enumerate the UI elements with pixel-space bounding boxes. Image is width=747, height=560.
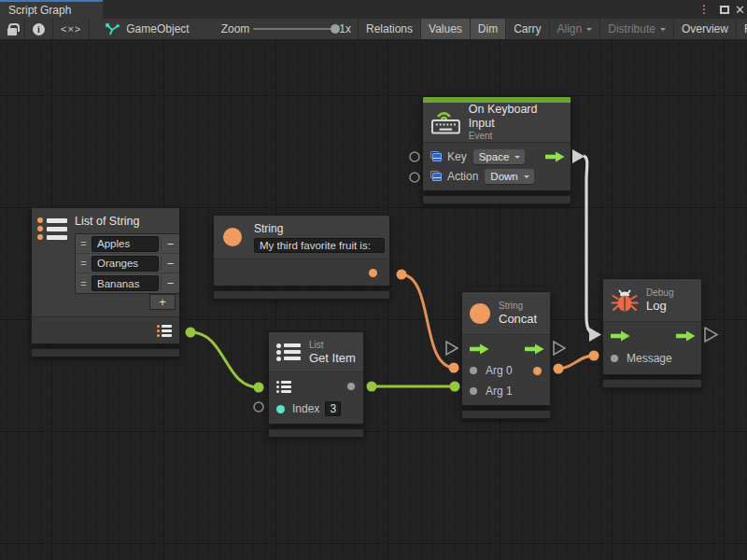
lock-button[interactable] bbox=[0, 19, 25, 39]
node-footer bbox=[31, 348, 180, 357]
tab-bar: Script Graph ⋮ ✕ bbox=[0, 0, 747, 19]
gameobject-target[interactable]: GameObject bbox=[99, 19, 194, 39]
list-output-port-icon[interactable] bbox=[157, 325, 172, 337]
zoom-slider[interactable] bbox=[253, 28, 335, 30]
list-item-input[interactable]: Oranges bbox=[92, 256, 159, 272]
node-get-item[interactable]: List Get Item Index 3 bbox=[268, 331, 364, 438]
node-title: On Keyboard Input bbox=[469, 103, 563, 131]
node-subtitle: Event bbox=[469, 131, 563, 142]
key-dropdown[interactable]: Space bbox=[473, 149, 526, 164]
result-output-port[interactable] bbox=[533, 367, 542, 375]
action-dropdown[interactable]: Down bbox=[485, 169, 533, 184]
distribute-button[interactable]: Distribute bbox=[600, 19, 674, 39]
info-button[interactable]: i bbox=[25, 19, 53, 39]
drag-handle-icon[interactable]: = bbox=[76, 258, 92, 269]
node-footer bbox=[213, 290, 390, 300]
dim-button[interactable]: Dim bbox=[471, 19, 506, 39]
graph-toolbar: i <×> GameObject Zoom 1x Relations Value… bbox=[0, 19, 747, 40]
message-port-label: Message bbox=[627, 352, 672, 365]
zoom-value: 1x bbox=[339, 22, 351, 35]
enum-icon bbox=[430, 171, 442, 181]
align-button[interactable]: Align bbox=[550, 19, 601, 39]
code-icon: <×> bbox=[61, 23, 81, 35]
relations-button[interactable]: Relations bbox=[359, 19, 421, 39]
string-type-icon bbox=[223, 228, 242, 246]
arg1-port-label: Arg 1 bbox=[486, 385, 513, 398]
node-concat[interactable]: String Concat Arg 0 Arg 1 bbox=[461, 291, 551, 419]
node-title: Log bbox=[646, 299, 673, 313]
list-item-row: = Oranges − bbox=[76, 254, 179, 273]
chevron-down-icon bbox=[586, 28, 592, 34]
node-title: Concat bbox=[499, 312, 537, 326]
list-input-port-icon[interactable] bbox=[276, 381, 291, 393]
carry-button[interactable]: Carry bbox=[506, 19, 549, 39]
list-icon bbox=[276, 343, 301, 361]
list-item-input[interactable]: Apples bbox=[92, 236, 159, 252]
item-output-port[interactable] bbox=[347, 383, 355, 390]
index-port[interactable] bbox=[276, 405, 285, 413]
arg1-port[interactable] bbox=[470, 387, 477, 395]
gameobject-label: GameObject bbox=[126, 22, 189, 35]
flow-out-arrow-icon[interactable] bbox=[525, 343, 544, 355]
maximize-icon[interactable] bbox=[720, 0, 729, 19]
node-debug-log[interactable]: Debug Log Message bbox=[602, 278, 702, 388]
flow-in-arrow-icon[interactable] bbox=[470, 343, 489, 355]
gameobject-icon bbox=[105, 22, 120, 36]
values-button[interactable]: Values bbox=[421, 19, 471, 39]
action-port-label: Action bbox=[447, 170, 478, 183]
chevron-down-icon bbox=[524, 175, 529, 181]
chevron-down-icon bbox=[660, 28, 666, 34]
string-type-icon bbox=[470, 303, 490, 324]
flow-out-arrow-icon[interactable] bbox=[676, 330, 696, 342]
node-footer bbox=[268, 428, 364, 438]
lock-icon bbox=[7, 23, 17, 35]
add-item-button[interactable]: + bbox=[149, 294, 176, 310]
code-view-button[interactable]: <×> bbox=[53, 19, 90, 39]
window-menu-icon[interactable]: ⋮ bbox=[698, 0, 710, 19]
tab-script-graph[interactable]: Script Graph bbox=[0, 0, 103, 19]
flow-in-arrow-icon[interactable] bbox=[611, 330, 630, 342]
index-value-input[interactable]: 3 bbox=[325, 401, 341, 416]
drag-handle-icon[interactable]: = bbox=[76, 278, 92, 289]
enum-icon bbox=[430, 151, 442, 161]
node-footer bbox=[461, 410, 551, 419]
list-item-row: = Bananas − bbox=[76, 273, 179, 293]
message-port[interactable] bbox=[611, 355, 618, 362]
chevron-down-icon bbox=[514, 156, 520, 161]
node-footer bbox=[602, 379, 702, 388]
node-title: List of String bbox=[75, 215, 180, 229]
fullscreen-button[interactable]: Full Screen bbox=[737, 19, 747, 39]
list-icon bbox=[37, 217, 67, 240]
overview-button[interactable]: Overview bbox=[674, 19, 737, 39]
bug-icon bbox=[611, 287, 639, 315]
remove-item-button[interactable]: − bbox=[161, 257, 179, 271]
string-output-port[interactable] bbox=[369, 269, 377, 277]
arg0-port[interactable] bbox=[470, 367, 477, 374]
list-item-input[interactable]: Bananas bbox=[92, 275, 159, 291]
close-icon[interactable]: ✕ bbox=[735, 0, 745, 19]
drag-handle-icon[interactable]: = bbox=[76, 238, 92, 249]
zoom-label: Zoom bbox=[221, 22, 250, 35]
info-icon: i bbox=[33, 23, 45, 35]
remove-item-button[interactable]: − bbox=[161, 237, 179, 251]
node-category: String bbox=[499, 301, 537, 312]
zoom-control: Zoom 1x bbox=[221, 19, 351, 39]
node-title: String bbox=[254, 222, 385, 236]
arg0-port-label: Arg 0 bbox=[486, 364, 513, 377]
node-category: Debug bbox=[646, 287, 673, 299]
node-on-keyboard-input[interactable]: On Keyboard Input Event Key Space Action… bbox=[422, 96, 571, 204]
index-port-label: Index bbox=[292, 402, 319, 415]
list-editor: = Apples − = Oranges − = Bananas − bbox=[75, 233, 180, 294]
node-string-literal[interactable]: String My third favorite fruit is: bbox=[213, 215, 390, 300]
node-title: Get Item bbox=[309, 351, 356, 365]
node-list-of-string[interactable]: List of String = Apples − = Oranges − bbox=[31, 207, 180, 357]
node-category: List bbox=[309, 340, 356, 351]
node-footer bbox=[422, 195, 571, 204]
remove-item-button[interactable]: − bbox=[161, 276, 179, 290]
list-item-row: = Apples − bbox=[76, 234, 179, 254]
flow-out-arrow-icon bbox=[545, 151, 565, 162]
keyboard-icon bbox=[430, 109, 461, 135]
key-port-label: Key bbox=[447, 150, 467, 163]
string-value-input[interactable]: My third favorite fruit is: bbox=[254, 238, 385, 253]
